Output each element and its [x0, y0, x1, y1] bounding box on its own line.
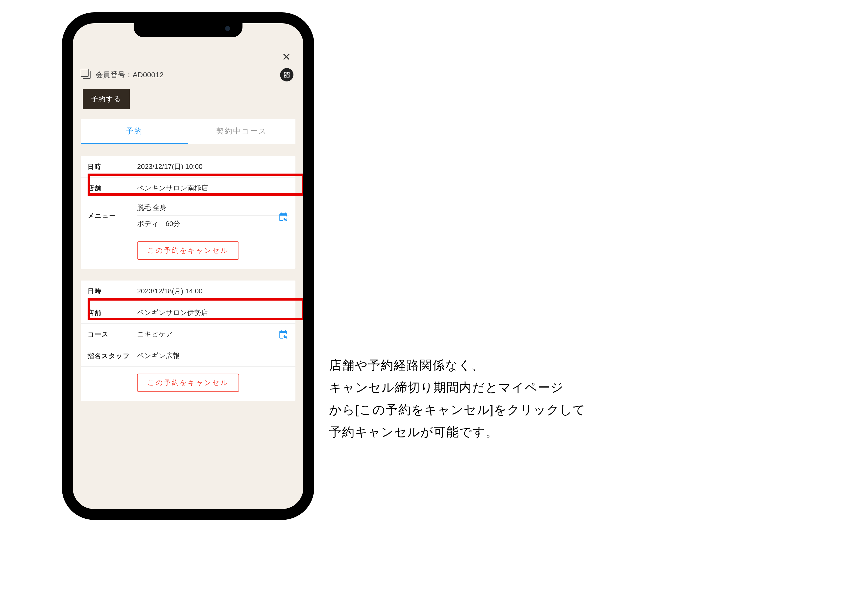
row-staff: 指名スタッフ ペンギン広報: [81, 345, 295, 367]
row-store: 店舗 ペンギンサロン南極店: [81, 177, 295, 199]
row-store: 店舗 ペンギンサロン伊勢店: [81, 302, 295, 323]
calendar-search-icon[interactable]: [278, 212, 288, 222]
phone-screen: ✕ 会員番号：AD00012 予約する 予約 契約中コース: [73, 23, 303, 509]
tabs: 予約 契約中コース: [81, 119, 295, 144]
reservation-card: 日時 2023/12/17(日) 10:00 店舗 ペンギンサロン南極店 メニュ…: [81, 156, 295, 269]
slide-container: ✕ 会員番号：AD00012 予約する 予約 契約中コース: [0, 0, 868, 614]
cancel-wrap: この予約をキャンセル: [81, 235, 295, 269]
explanation-line: から[この予約をキャンセル]をクリックして: [329, 399, 586, 421]
cancel-reservation-button[interactable]: この予約をキャンセル: [137, 241, 239, 260]
row-menu: メニュー 脱毛 全身 ボディ 60分: [81, 199, 295, 235]
row-datetime: 日時 2023/12/18(月) 14:00: [81, 280, 295, 302]
calendar-search-icon[interactable]: [278, 329, 288, 339]
label-staff: 指名スタッフ: [88, 351, 137, 360]
label-store: 店舗: [88, 184, 137, 193]
explanation-text: 店舗や予約経路関係なく、 キャンセル締切り期間内だとマイページ から[この予約を…: [329, 354, 586, 443]
reserve-button[interactable]: 予約する: [83, 89, 130, 109]
camera-dot: [225, 26, 230, 31]
cancel-reservation-button[interactable]: この予約をキャンセル: [137, 374, 239, 392]
label-menu: メニュー: [88, 211, 137, 220]
phone-inner: ✕ 会員番号：AD00012 予約する 予約 契約中コース: [69, 20, 307, 513]
explanation-line: キャンセル締切り期間内だとマイページ: [329, 376, 586, 399]
tab-contracted-courses[interactable]: 契約中コース: [188, 119, 295, 144]
value-staff: ペンギン広報: [137, 351, 288, 361]
value-datetime: 2023/12/17(日) 10:00: [137, 162, 288, 171]
close-row: ✕: [73, 48, 303, 68]
phone-mockup: ✕ 会員番号：AD00012 予約する 予約 契約中コース: [62, 12, 314, 520]
label-datetime: 日時: [88, 287, 137, 295]
menu-line: ボディ 60分: [137, 219, 288, 229]
explanation-line: 店舗や予約経路関係なく、: [329, 354, 586, 376]
menu-line: 脱毛 全身: [137, 203, 288, 216]
member-number-label: 会員番号：AD00012: [96, 70, 276, 80]
value-course: ニキビケア: [137, 330, 288, 339]
cancel-wrap: この予約をキャンセル: [81, 367, 295, 401]
row-course: コース ニキビケア: [81, 323, 295, 345]
reservation-card: 日時 2023/12/18(月) 14:00 店舗 ペンギンサロン伊勢店 コース…: [81, 280, 295, 401]
phone-notch: [133, 20, 242, 37]
value-datetime: 2023/12/18(月) 14:00: [137, 286, 288, 296]
copy-icon[interactable]: [83, 71, 91, 79]
value-store: ペンギンサロン南極店: [137, 183, 288, 193]
label-course: コース: [88, 330, 137, 339]
close-icon[interactable]: ✕: [282, 51, 291, 63]
qr-icon[interactable]: [280, 68, 293, 81]
menu-values: 脱毛 全身 ボディ 60分: [137, 203, 288, 229]
tab-reservations[interactable]: 予約: [81, 119, 188, 144]
value-store: ペンギンサロン伊勢店: [137, 308, 288, 317]
label-store: 店舗: [88, 308, 137, 317]
explanation-line: 予約キャンセルが可能です。: [329, 421, 586, 443]
row-datetime: 日時 2023/12/17(日) 10:00: [81, 156, 295, 177]
label-datetime: 日時: [88, 162, 137, 171]
screen-content: ✕ 会員番号：AD00012 予約する 予約 契約中コース: [73, 23, 303, 509]
member-row: 会員番号：AD00012: [73, 68, 303, 89]
